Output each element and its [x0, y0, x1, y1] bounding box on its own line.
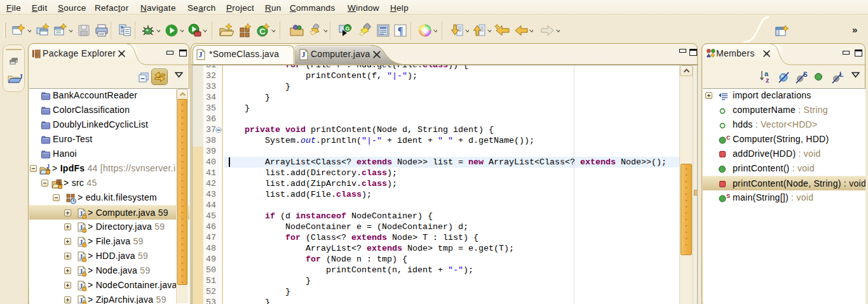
svg-text:J: J: [302, 50, 306, 59]
svg-text:J: J: [19, 74, 23, 80]
svg-text:¶: ¶: [398, 25, 403, 36]
svg-text:z: z: [766, 76, 770, 84]
svg-text:C: C: [259, 27, 266, 36]
svg-text:G: G: [345, 25, 349, 32]
svg-text:S: S: [726, 194, 730, 199]
svg-text:C: C: [726, 136, 730, 141]
svg-text:J: J: [199, 50, 203, 59]
